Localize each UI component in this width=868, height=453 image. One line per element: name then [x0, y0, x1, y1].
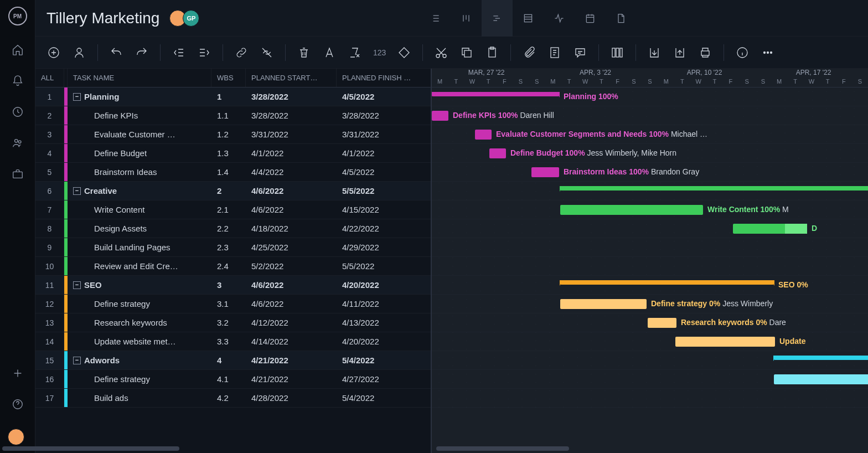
- add-icon[interactable]: [11, 367, 24, 380]
- task-bar[interactable]: [560, 299, 647, 309]
- columns-icon[interactable]: [610, 45, 624, 60]
- info-icon[interactable]: [735, 45, 750, 60]
- task-name-cell[interactable]: Research keywords: [68, 313, 211, 332]
- indent-icon[interactable]: [197, 45, 211, 60]
- undo-icon[interactable]: [109, 45, 123, 60]
- gantt-row[interactable]: Define KPIs 100% Daren Hill: [432, 106, 868, 125]
- view-calendar-icon[interactable]: [575, 0, 606, 37]
- task-row[interactable]: 2 Define KPIs 1.1 3/28/2022 3/28/2022: [35, 106, 431, 125]
- outdent-icon[interactable]: [172, 45, 186, 60]
- view-board-icon[interactable]: [451, 0, 482, 37]
- briefcase-icon[interactable]: [11, 167, 24, 181]
- numbering-label[interactable]: 123: [373, 48, 386, 57]
- view-gantt-icon[interactable]: [482, 0, 513, 37]
- task-name-cell[interactable]: Build ads: [68, 389, 211, 407]
- more-icon[interactable]: [761, 45, 775, 60]
- add-task-icon[interactable]: [46, 45, 61, 60]
- import-icon[interactable]: [647, 45, 662, 60]
- export-icon[interactable]: [673, 45, 687, 60]
- diamond-icon[interactable]: [397, 45, 411, 60]
- link-icon[interactable]: [234, 45, 249, 60]
- gantt-row[interactable]: [432, 182, 868, 200]
- gantt-row[interactable]: D: [432, 219, 868, 238]
- task-name-cell[interactable]: Evaluate Customer …: [68, 125, 211, 143]
- view-activity-icon[interactable]: [544, 0, 575, 37]
- member-avatars[interactable]: GP: [173, 10, 199, 27]
- gantt-row[interactable]: Update: [432, 332, 868, 351]
- summary-bar[interactable]: [560, 186, 868, 191]
- bell-icon[interactable]: [11, 74, 24, 87]
- task-bar[interactable]: [489, 148, 506, 158]
- gantt-row[interactable]: Define strategy 0% Jess Wimberly: [432, 295, 868, 313]
- task-bar[interactable]: [648, 318, 676, 328]
- gantt-row[interactable]: Research keywords 0% Dare: [432, 313, 868, 332]
- task-name-cell[interactable]: Build Landing Pages: [68, 238, 211, 256]
- print-icon[interactable]: [698, 45, 712, 60]
- copy-icon[interactable]: [459, 45, 474, 60]
- task-row[interactable]: 3 Evaluate Customer … 1.2 3/31/2022 3/31…: [35, 125, 431, 144]
- gantt-row[interactable]: Define Budget 100% Jess Wimberly, Mike H…: [432, 144, 868, 163]
- clock-icon[interactable]: [11, 105, 24, 119]
- task-row[interactable]: 4 Define Budget 1.3 4/1/2022 4/1/2022: [35, 144, 431, 163]
- help-icon[interactable]: [11, 398, 24, 411]
- task-row[interactable]: 10 Review and Edit Cre… 2.4 5/2/2022 5/5…: [35, 257, 431, 276]
- clear-format-icon[interactable]: [348, 45, 362, 60]
- col-taskname[interactable]: TASK NAME: [68, 69, 211, 87]
- collapse-icon[interactable]: −: [73, 357, 81, 364]
- task-name-cell[interactable]: Brainstorm Ideas: [68, 163, 211, 181]
- cut-icon[interactable]: [434, 45, 448, 60]
- app-logo[interactable]: PM: [8, 7, 27, 25]
- task-name-cell[interactable]: −Creative: [68, 182, 211, 200]
- gantt-row[interactable]: Write Content 100% M: [432, 200, 868, 219]
- task-bar[interactable]: [432, 111, 448, 121]
- view-list-icon[interactable]: [420, 0, 451, 37]
- task-row[interactable]: 14 Update website met… 3.3 4/14/2022 4/2…: [35, 332, 431, 351]
- collapse-icon[interactable]: −: [73, 281, 81, 289]
- gantt-scrollbar[interactable]: [436, 446, 868, 452]
- view-file-icon[interactable]: [606, 0, 637, 37]
- notes-icon[interactable]: [547, 45, 562, 60]
- gantt-row[interactable]: SEO 0%: [432, 276, 868, 295]
- gantt-row[interactable]: Evaluate Customer Segments and Needs 100…: [432, 125, 868, 144]
- home-icon[interactable]: [11, 43, 24, 56]
- grid-scrollbar[interactable]: [35, 446, 432, 452]
- task-name-cell[interactable]: Write Content: [68, 200, 211, 219]
- task-row[interactable]: 16 Define strategy 4.1 4/21/2022 4/27/20…: [35, 370, 431, 389]
- trash-icon[interactable]: [297, 45, 311, 60]
- col-finish[interactable]: PLANNED FINISH …: [337, 69, 432, 87]
- task-row[interactable]: 5 Brainstorm Ideas 1.4 4/4/2022 4/5/2022: [35, 163, 431, 182]
- summary-bar[interactable]: [774, 356, 868, 360]
- task-row[interactable]: 1 −Planning 1 3/28/2022 4/5/2022: [35, 87, 431, 106]
- task-name-cell[interactable]: Define Budget: [68, 144, 211, 162]
- task-name-cell[interactable]: Define KPIs: [68, 106, 211, 125]
- collapse-icon[interactable]: −: [73, 187, 81, 195]
- task-row[interactable]: 17 Build ads 4.2 4/28/2022 5/4/2022: [35, 389, 431, 408]
- task-row[interactable]: 12 Define strategy 3.1 4/6/2022 4/11/202…: [35, 295, 431, 313]
- task-name-cell[interactable]: Define strategy: [68, 295, 211, 313]
- gantt-row[interactable]: Planning 100%: [432, 87, 868, 106]
- attachment-icon[interactable]: [522, 45, 536, 60]
- gantt-row[interactable]: [432, 370, 868, 389]
- gantt-row[interactable]: [432, 351, 868, 370]
- task-name-cell[interactable]: Design Assets: [68, 219, 211, 238]
- task-row[interactable]: 7 Write Content 2.1 4/6/2022 4/15/2022: [35, 200, 431, 219]
- task-name-cell[interactable]: −Planning: [68, 87, 211, 106]
- task-row[interactable]: 6 −Creative 2 4/6/2022 5/5/2022: [35, 182, 431, 200]
- summary-bar[interactable]: [560, 280, 774, 285]
- col-start[interactable]: PLANNED START…: [246, 69, 337, 87]
- task-bar[interactable]: [774, 374, 868, 384]
- comment-icon[interactable]: [573, 45, 587, 60]
- redo-icon[interactable]: [135, 45, 149, 60]
- task-bar[interactable]: [560, 205, 703, 215]
- unlink-icon[interactable]: [260, 45, 274, 60]
- task-row[interactable]: 8 Design Assets 2.2 4/18/2022 4/22/2022: [35, 219, 431, 238]
- team-icon[interactable]: [11, 136, 24, 150]
- summary-bar[interactable]: [432, 92, 559, 96]
- user-avatar[interactable]: [8, 429, 24, 445]
- gantt-row[interactable]: [432, 238, 868, 257]
- task-name-cell[interactable]: Review and Edit Cre…: [68, 257, 211, 275]
- collapse-icon[interactable]: −: [73, 93, 81, 101]
- col-all[interactable]: ALL: [35, 69, 64, 87]
- task-bar[interactable]: [733, 224, 807, 234]
- assign-icon[interactable]: [72, 45, 86, 60]
